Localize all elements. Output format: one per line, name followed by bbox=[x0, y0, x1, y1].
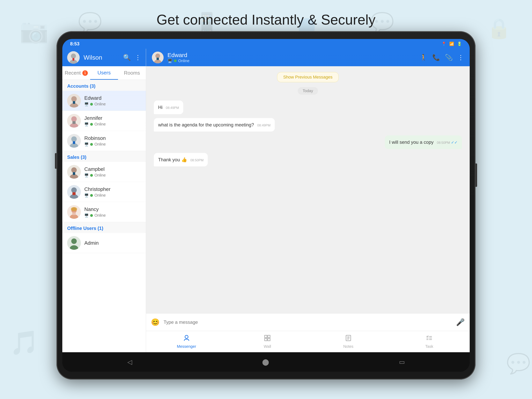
bottom-nav: Messenger Wall bbox=[146, 331, 470, 352]
message-input[interactable] bbox=[164, 320, 452, 325]
svg-point-29 bbox=[71, 167, 77, 173]
chat-area: Edward 🖥️ Online 🚶 📞 📎 ⋮ bbox=[146, 49, 470, 352]
jennifer-status-icon: 🖥️ bbox=[84, 122, 89, 126]
chat-header-info: Edward 🖥️ Online bbox=[167, 52, 416, 63]
contact-edward[interactable]: Edward 🖥️ Online bbox=[62, 91, 146, 111]
back-button[interactable]: ◁ bbox=[127, 358, 132, 366]
christopher-dot bbox=[90, 194, 93, 197]
attach-icon[interactable]: 📎 bbox=[445, 54, 453, 61]
svg-rect-49 bbox=[265, 335, 267, 338]
christopher-avatar bbox=[67, 185, 81, 199]
svg-rect-23 bbox=[72, 121, 76, 124]
svg-point-17 bbox=[71, 96, 77, 102]
christopher-status-icon: 🖥️ bbox=[84, 193, 89, 198]
message-bubble-2: what is the agenda for the upcoming meet… bbox=[154, 118, 275, 132]
contact-admin[interactable]: Admin bbox=[62, 233, 146, 253]
jennifer-status: 🖥️ Online bbox=[84, 122, 141, 126]
message-row-1: Hi 08:49PM bbox=[154, 101, 462, 114]
contact-christopher[interactable]: Christopher 🖥️ Online bbox=[62, 182, 146, 202]
recent-badge: 1 bbox=[82, 70, 88, 76]
nav-task[interactable]: Task bbox=[389, 331, 470, 352]
nancy-dot bbox=[90, 214, 93, 217]
nancy-info: Nancy 🖥️ Online bbox=[84, 206, 141, 218]
svg-rect-47 bbox=[157, 58, 159, 60]
nav-wall[interactable]: Wall bbox=[227, 331, 308, 352]
robinson-status: 🖥️ Online bbox=[84, 142, 141, 147]
sidebar-action-icons: 🔍 ⋮ bbox=[123, 54, 141, 61]
svg-rect-52 bbox=[268, 338, 270, 341]
contact-robinson[interactable]: Robinson 🖥️ Online bbox=[62, 131, 146, 151]
messenger-nav-icon bbox=[183, 335, 190, 343]
svg-point-45 bbox=[155, 54, 160, 58]
svg-rect-51 bbox=[265, 338, 267, 341]
status-time: 8:53 bbox=[70, 41, 79, 46]
android-nav-bar: ◁ ⬤ ▭ bbox=[62, 352, 470, 372]
task-nav-label: Task bbox=[425, 344, 433, 349]
svg-point-42 bbox=[71, 238, 77, 244]
tablet-screen: 8:53 📍 📶 🔋 bbox=[62, 39, 470, 372]
app-content: Wilson 🔍 ⋮ Recent 1 Users bbox=[62, 49, 470, 352]
svg-point-21 bbox=[71, 116, 77, 122]
sidebar: Wilson 🔍 ⋮ Recent 1 Users bbox=[62, 49, 146, 352]
contact-campbel[interactable]: Campbel 🖥️ Online bbox=[62, 162, 146, 182]
jennifer-avatar bbox=[67, 114, 81, 128]
status-icons: 📍 📶 🔋 bbox=[442, 41, 462, 46]
walk-icon[interactable]: 🚶 bbox=[420, 54, 427, 61]
search-icon[interactable]: 🔍 bbox=[123, 54, 131, 61]
section-accounts: Accounts (3) bbox=[62, 80, 146, 91]
task-nav-icon bbox=[426, 335, 433, 343]
nancy-status-icon: 🖥️ bbox=[84, 213, 89, 218]
campbel-name: Campbel bbox=[84, 166, 141, 172]
wall-nav-label: Wall bbox=[264, 344, 271, 349]
robinson-name: Robinson bbox=[84, 135, 141, 141]
status-bar: 8:53 📍 📶 🔋 bbox=[62, 39, 470, 49]
chat-contact-avatar bbox=[152, 52, 164, 63]
nav-messenger[interactable]: Messenger bbox=[146, 331, 227, 352]
svg-rect-19 bbox=[73, 101, 75, 104]
contact-nancy[interactable]: Nancy 🖥️ Online bbox=[62, 202, 146, 222]
chat-status-dot bbox=[174, 59, 177, 62]
chat-status-icon: 🖥️ bbox=[167, 58, 172, 63]
campbel-status: 🖥️ Online bbox=[84, 173, 141, 178]
show-previous-messages-button[interactable]: Show Previous Messages bbox=[277, 72, 338, 82]
tab-users[interactable]: Users bbox=[90, 66, 118, 80]
admin-info: Admin bbox=[84, 240, 141, 246]
svg-rect-35 bbox=[72, 192, 76, 195]
edward-name: Edward bbox=[84, 95, 141, 101]
emoji-button[interactable]: 😊 bbox=[151, 318, 160, 326]
christopher-info: Christopher 🖥️ Online bbox=[84, 186, 141, 198]
contact-jennifer[interactable]: Jennifer 🖥️ Online bbox=[62, 111, 146, 131]
phone-icon[interactable]: 📞 bbox=[432, 54, 440, 61]
sidebar-username: Wilson bbox=[83, 54, 119, 61]
robinson-dot bbox=[90, 143, 93, 146]
christopher-status: 🖥️ Online bbox=[84, 193, 141, 198]
svg-rect-31 bbox=[73, 172, 75, 175]
nav-notes[interactable]: Notes bbox=[308, 331, 389, 352]
home-button[interactable]: ⬤ bbox=[262, 358, 269, 366]
contact-tabs: Recent 1 Users Rooms bbox=[62, 66, 146, 80]
sidebar-header: Wilson 🔍 ⋮ bbox=[62, 49, 146, 66]
jennifer-name: Jennifer bbox=[84, 115, 141, 121]
wifi-icon: 📶 bbox=[449, 41, 454, 46]
message-bubble-4: Thank you 👍 08:50PM bbox=[154, 153, 208, 167]
chat-header: Edward 🖥️ Online 🚶 📞 📎 ⋮ bbox=[146, 49, 470, 66]
recents-button[interactable]: ▭ bbox=[399, 358, 405, 366]
svg-point-48 bbox=[185, 335, 188, 338]
edward-info: Edward 🖥️ Online bbox=[84, 95, 141, 106]
section-sales: Sales (3) bbox=[62, 151, 146, 162]
christopher-name: Christopher bbox=[84, 186, 141, 192]
message-row-2: what is the agenda for the upcoming meet… bbox=[154, 118, 462, 132]
more-icon[interactable]: ⋮ bbox=[135, 54, 141, 61]
main-area: Wilson 🔍 ⋮ Recent 1 Users bbox=[62, 49, 470, 352]
svg-text:🎵: 🎵 bbox=[10, 329, 39, 357]
tab-rooms[interactable]: Rooms bbox=[118, 66, 146, 80]
campbel-status-icon: 🖥️ bbox=[84, 173, 89, 178]
microphone-button[interactable]: 🎤 bbox=[456, 318, 465, 326]
jennifer-dot bbox=[90, 123, 93, 126]
battery-icon: 🔋 bbox=[457, 41, 462, 46]
tablet: 8:53 📍 📶 🔋 bbox=[57, 31, 475, 380]
nancy-avatar bbox=[67, 205, 81, 219]
tab-recent[interactable]: Recent 1 bbox=[62, 66, 90, 80]
chat-more-icon[interactable]: ⋮ bbox=[458, 54, 464, 61]
campbel-avatar bbox=[67, 165, 81, 179]
